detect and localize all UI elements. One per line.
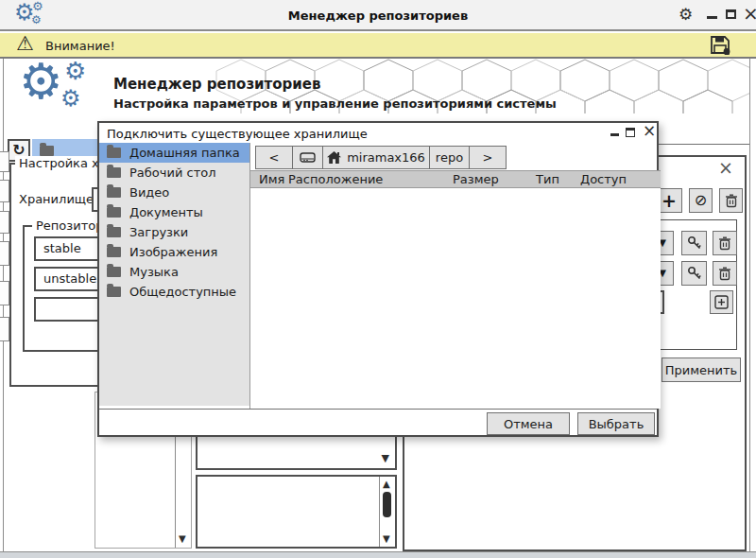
trash-icon [725,194,738,208]
frame-bottom [0,551,756,558]
key-button[interactable] [681,231,707,255]
side-tab-stub[interactable] [0,180,9,202]
place-label: Рабочий стол [129,166,215,180]
titlebar: Менеджер репозиториев [0,0,756,31]
column-access[interactable]: Доступ [580,172,627,186]
place-item-pictures[interactable]: Изображения [99,242,249,262]
scroll-down-icon[interactable] [179,534,186,544]
block-icon [695,193,707,208]
place-label: Видео [129,185,169,200]
forward-button[interactable]: > [470,147,506,168]
folder-icon [107,187,121,198]
dialog-maximize-icon[interactable] [626,128,635,137]
key-delete-button[interactable] [713,231,737,255]
choose-button[interactable]: Выбрать [577,412,655,435]
forward-label: > [483,150,493,165]
frame-right [749,59,750,551]
block-button[interactable] [689,188,713,213]
column-size[interactable]: Размер [453,172,499,186]
path-segment-button[interactable]: repo [430,147,470,168]
minimize-icon[interactable] [707,16,717,19]
cancel-button[interactable]: Отмена [487,412,570,435]
scroll-up-icon[interactable] [383,480,390,489]
maximize-icon[interactable] [726,9,736,19]
side-tab-stub[interactable] [0,211,9,234]
dialog-footer-separator [99,409,657,410]
trash-icon [718,236,731,251]
place-label: Документы [129,205,203,219]
close-icon[interactable] [743,4,756,23]
panel-close-icon[interactable] [718,159,733,177]
column-type[interactable]: Тип [536,172,559,186]
side-tab-stub[interactable] [0,281,9,305]
plus-icon [662,192,677,210]
side-tab-stub[interactable] [0,151,9,172]
back-label: < [269,150,280,165]
center-list-scrollbar[interactable] [379,477,395,547]
key-icon [687,235,702,251]
side-tab-stub[interactable] [0,241,9,266]
window-title: Менеджер репозиториев [0,9,756,23]
warning-text: Внимание! [45,39,115,53]
place-item-public[interactable]: Общедоступные [99,282,249,302]
dialog-close-icon[interactable] [643,123,656,139]
back-button[interactable]: < [256,147,293,168]
breadcrumb: < miramax166 repo > [255,146,507,169]
header: Менеджер репозиториев Настройка параметр… [4,59,750,113]
logo-gear-top-icon [64,59,86,83]
place-item-video[interactable]: Видео [99,183,249,202]
warning-icon [16,34,34,54]
home-icon [327,151,341,164]
scroll-down-icon[interactable] [383,534,390,544]
settings-gear-icon[interactable] [679,7,693,23]
save-icon[interactable] [709,35,731,56]
folder-icon [40,146,54,156]
warning-bar: Внимание! [0,33,756,59]
page-title: Менеджер репозиториев [113,76,321,93]
home-label: miramax166 [347,150,425,165]
plus-square-icon [714,295,729,309]
add-key-button[interactable] [710,290,733,314]
center-list-box[interactable] [196,475,397,549]
delete-button[interactable] [719,188,743,213]
connect-storage-dialog: Подключить существующее хранилище Домашн… [97,121,659,437]
home-button[interactable]: miramax166 [323,147,430,168]
column-name[interactable]: Имя [259,172,284,186]
file-table-header: Имя Расположение Размер Тип Доступ [250,170,661,188]
place-item-documents[interactable]: Документы [99,202,249,222]
drive-icon [300,151,316,164]
trash-icon [718,267,731,281]
scroll-thumb[interactable] [383,492,391,517]
choose-button-label: Выбрать [589,417,644,431]
path-segment-label: repo [436,150,463,165]
storage-label: Хранилище: [19,192,97,206]
app-window: Менеджер репозиториев Внимание! [0,0,756,558]
folder-icon [107,267,121,277]
folder-icon [107,227,121,237]
places-sidebar: Домашняя папка Рабочий стол Видео Докуме… [99,143,249,406]
column-location[interactable]: Расположение [288,172,383,186]
place-label: Домашняя папка [129,146,240,160]
side-tab-stub[interactable] [0,317,9,341]
key-button[interactable] [681,261,707,286]
dialog-minimize-icon[interactable] [610,133,619,136]
place-item-music[interactable]: Музыка [99,262,249,282]
place-item-downloads[interactable]: Загрузки [99,222,249,242]
apply-button[interactable]: Применить [662,357,741,382]
folder-icon [107,167,121,178]
apply-button-label: Применить [665,363,737,377]
folder-icon [107,247,121,257]
key-delete-button[interactable] [713,261,737,286]
place-label: Загрузки [129,225,188,239]
place-item-desktop[interactable]: Рабочий стол [99,163,249,183]
file-list-area[interactable] [250,188,661,409]
combo-arrow-icon[interactable] [382,453,389,463]
place-label: Общедоступные [129,285,236,299]
drive-button[interactable] [293,147,323,168]
logo-gear-large-icon [19,59,63,106]
dialog-title: Подключить существующее хранилище [107,127,368,141]
place-item-home[interactable]: Домашняя папка [99,143,249,163]
key-icon [687,266,702,281]
cancel-button-label: Отмена [504,417,553,431]
place-label: Музыка [129,265,179,279]
